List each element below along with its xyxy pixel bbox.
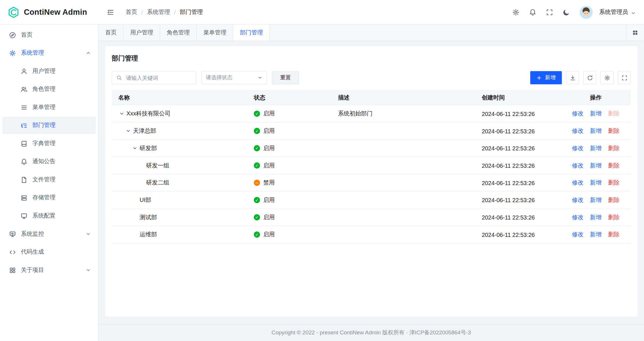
refresh-button[interactable] <box>583 71 596 84</box>
status-label: 启用 <box>263 127 275 135</box>
created-time-cell: 2024-06-11 22:53:26 <box>475 180 561 186</box>
code-icon <box>9 248 16 255</box>
settings-button[interactable] <box>509 5 523 19</box>
edit-link[interactable]: 修改 <box>572 231 584 238</box>
row-expand-caret-icon[interactable] <box>118 110 125 117</box>
sidebar-item-role-management[interactable]: 角色管理 <box>3 81 96 98</box>
table-header: 名称状态描述创建时间操作 <box>112 90 631 105</box>
sidebar-item-label: 菜单管理 <box>32 104 55 111</box>
dept-name: 运维部 <box>140 231 157 238</box>
column-header: 名称 <box>112 94 247 102</box>
add-link[interactable]: 新增 <box>590 231 602 238</box>
column-header: 操作 <box>561 94 631 102</box>
sidebar-item-dept-management[interactable]: 部门管理 <box>3 117 96 134</box>
user-menu[interactable]: 系统管理员 <box>599 8 636 16</box>
sidebar-item-system-monitor[interactable]: 系统监控 <box>3 225 96 243</box>
dept-name: 研发一组 <box>146 162 169 169</box>
add-link[interactable]: 新增 <box>590 213 602 221</box>
sidebar-item-storage-management[interactable]: 存储管理 <box>3 189 96 207</box>
table-settings-button[interactable] <box>600 71 613 84</box>
export-button[interactable] <box>566 71 579 84</box>
add-link[interactable]: 新增 <box>590 196 602 204</box>
download-icon <box>569 75 576 81</box>
sidebar-item-label: 角色管理 <box>32 86 55 93</box>
sidebar-item-label: 字典管理 <box>32 140 55 147</box>
add-link[interactable]: 新增 <box>590 127 602 135</box>
tab-bar: 首页用户管理角色管理菜单管理部门管理 <box>99 25 644 41</box>
add-button[interactable]: 新增 <box>530 71 562 84</box>
sidebar-item-label: 存储管理 <box>32 194 55 202</box>
sidebar-collapse-button[interactable] <box>103 5 117 19</box>
sidebar-item-home[interactable]: 首页 <box>3 26 96 44</box>
delete-link[interactable]: 删除 <box>608 213 620 221</box>
sidebar-item-code-generation[interactable]: 代码生成 <box>3 244 96 261</box>
add-link[interactable]: 新增 <box>590 162 602 169</box>
sidebar-item-menu-management[interactable]: 菜单管理 <box>3 99 96 116</box>
edit-link[interactable]: 修改 <box>572 145 584 152</box>
chevron-down-icon <box>86 231 91 236</box>
table-row: 运维部✓启用2024-06-11 22:53:26修改新增删除 <box>112 226 631 244</box>
edit-link[interactable]: 修改 <box>572 162 584 169</box>
expand-button[interactable] <box>618 71 631 84</box>
theme-toggle-button[interactable] <box>559 5 573 19</box>
add-link[interactable]: 新增 <box>590 145 602 152</box>
delete-link[interactable]: 删除 <box>608 196 620 204</box>
sidebar: 首页系统管理用户管理角色管理菜单管理部门管理字典管理通知公告文件管理存储管理系统… <box>0 25 99 341</box>
avatar[interactable] <box>580 5 593 19</box>
status-enabled-icon: ✓ <box>254 145 260 151</box>
status-label: 启用 <box>263 110 275 117</box>
app-logo: ContiNew Admin <box>0 6 99 19</box>
sidebar-item-notice[interactable]: 通知公告 <box>3 153 96 170</box>
delete-link[interactable]: 删除 <box>608 127 620 135</box>
delete-link[interactable]: 删除 <box>608 145 620 152</box>
delete-link[interactable]: 删除 <box>608 231 620 238</box>
sidebar-item-user-management[interactable]: 用户管理 <box>3 62 96 80</box>
sidebar-item-system-management[interactable]: 系统管理 <box>3 45 96 62</box>
gear-icon <box>604 75 610 81</box>
monitor-icon <box>21 212 27 219</box>
notification-button[interactable] <box>526 5 540 19</box>
chevron-down-icon <box>86 268 91 272</box>
search-icon <box>116 75 122 81</box>
tab-item[interactable]: 首页 <box>99 25 124 40</box>
status-enabled-icon: ✓ <box>254 110 260 117</box>
tab-item[interactable]: 角色管理 <box>160 25 197 40</box>
sidebar-item-dict-management[interactable]: 字典管理 <box>3 135 96 152</box>
delete-link[interactable]: 删除 <box>608 162 620 169</box>
tab-item[interactable]: 用户管理 <box>124 25 160 40</box>
edit-link[interactable]: 修改 <box>572 110 584 117</box>
add-link[interactable]: 新增 <box>590 110 602 117</box>
chevron-down-icon <box>631 10 636 14</box>
row-expand-caret-icon[interactable] <box>125 128 132 134</box>
sidebar-item-file-management[interactable]: 文件管理 <box>3 171 96 188</box>
status-select[interactable]: 请选择状态 <box>201 71 267 84</box>
tab-item[interactable]: 部门管理 <box>233 25 270 40</box>
column-header: 创建时间 <box>475 94 561 102</box>
edit-link[interactable]: 修改 <box>572 127 584 135</box>
moon-icon <box>563 8 570 16</box>
sidebar-item-label: 系统监控 <box>21 230 44 238</box>
tab-options-button[interactable] <box>626 25 644 40</box>
reset-button[interactable]: 重置 <box>272 71 299 84</box>
tab-item[interactable]: 菜单管理 <box>197 25 233 40</box>
status-enabled-icon: ✓ <box>254 197 260 203</box>
breadcrumb-item[interactable]: 首页 <box>126 8 137 16</box>
edit-link[interactable]: 修改 <box>572 213 584 221</box>
created-time-cell: 2024-06-11 22:53:26 <box>475 231 561 238</box>
dashboard-icon <box>9 32 16 38</box>
delete-link[interactable]: 删除 <box>608 179 620 187</box>
sidebar-item-about-project[interactable]: 关于项目 <box>3 261 96 279</box>
breadcrumb-item[interactable]: 系统管理 <box>147 8 170 16</box>
edit-link[interactable]: 修改 <box>572 196 584 204</box>
status-label: 启用 <box>263 162 275 169</box>
table-row: UI部✓启用2024-06-11 22:53:26修改新增删除 <box>112 191 631 209</box>
page-content: 部门管理 请选择状态 <box>99 41 644 324</box>
name-cell: 测试部 <box>112 213 247 221</box>
fullscreen-button[interactable] <box>543 5 556 19</box>
edit-link[interactable]: 修改 <box>572 179 584 187</box>
status-cell: −禁用 <box>247 179 331 187</box>
keyword-search-input[interactable] <box>125 74 192 81</box>
add-link[interactable]: 新增 <box>590 179 602 187</box>
row-expand-caret-icon[interactable] <box>131 145 138 152</box>
sidebar-item-system-config[interactable]: 系统配置 <box>3 207 96 224</box>
